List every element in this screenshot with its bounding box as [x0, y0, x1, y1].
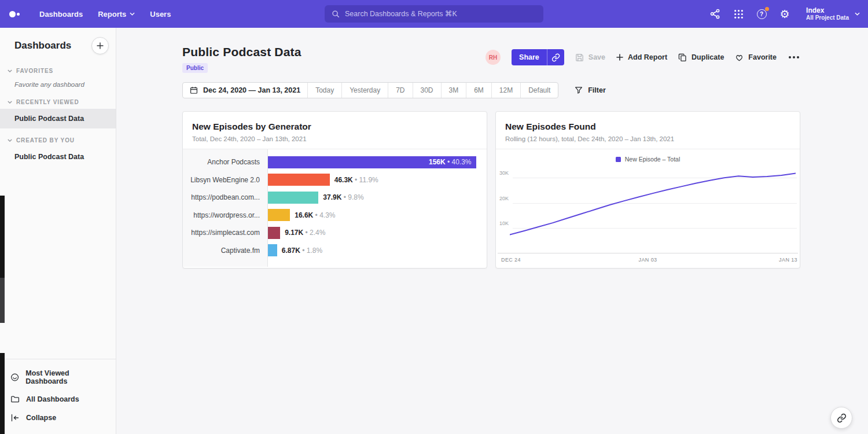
x-axis-tick: JAN 03: [639, 257, 657, 263]
preset-3m[interactable]: 3M: [442, 83, 467, 98]
bar[interactable]: [268, 209, 290, 221]
preset-today[interactable]: Today: [308, 83, 342, 98]
chevron-down-icon: [8, 139, 12, 142]
preset-7d[interactable]: 7D: [388, 83, 413, 98]
visibility-badge: Public: [182, 63, 208, 73]
duplicate-label: Duplicate: [692, 53, 724, 61]
sidebar-section-recently-viewed[interactable]: RECENTLY VIEWED: [0, 90, 116, 109]
bar-value-label: 156K • 40.3%: [429, 158, 472, 166]
chevron-down-icon: [855, 12, 860, 16]
bar-value-label: 6.87K • 1.8%: [282, 247, 322, 255]
report-card-new-episodes-found: New Episodes Found Rolling (12 hours), t…: [495, 111, 800, 269]
x-axis-tick: JAN 13: [779, 257, 797, 263]
heart-icon: [735, 53, 744, 62]
bar[interactable]: [268, 244, 277, 256]
copy-link-button[interactable]: [547, 49, 564, 65]
bar-row: https://simplecast.com 9.17K • 2.4%: [183, 224, 487, 242]
line-chart-plot[interactable]: 10K20K30K: [498, 168, 798, 253]
main-content: Public Podcast Data Public RH Share Save: [116, 28, 868, 434]
footer-item-label: All Dashboards: [26, 395, 79, 403]
search-icon: [332, 10, 340, 18]
bar-category-label: https://simplecast.com: [183, 229, 268, 237]
bar[interactable]: [268, 174, 330, 186]
filter-button[interactable]: Filter: [575, 86, 606, 94]
question-mark: ?: [757, 9, 767, 19]
chart-title: New Episodes Found: [505, 122, 790, 132]
nav-item-reports[interactable]: Reports: [98, 10, 135, 19]
chart-legend: New Episode – Total: [496, 156, 800, 163]
bar-row: https://wordpress.or... 16.6K • 4.3%: [183, 207, 487, 225]
line-series: [510, 168, 796, 253]
nav-item-dashboards[interactable]: Dashboards: [39, 10, 83, 19]
search-input[interactable]: [345, 10, 536, 18]
bar[interactable]: [268, 192, 318, 204]
link-icon: [551, 53, 560, 62]
preset-6m[interactable]: 6M: [466, 83, 492, 98]
add-report-button[interactable]: Add Report: [616, 53, 667, 61]
apps-grid-icon[interactable]: [732, 8, 745, 20]
bar-category-label: Anchor Podcasts: [183, 158, 268, 166]
floating-copy-link-button[interactable]: [830, 407, 852, 429]
y-axis-tick: 10K: [499, 220, 509, 226]
footer-item-label: Most Viewed Dashboards: [25, 369, 109, 385]
help-icon[interactable]: ?: [755, 8, 768, 20]
bar-row: https://podbean.com... 37.9K • 9.8%: [183, 189, 487, 207]
save-button[interactable]: Save: [575, 53, 605, 62]
new-dashboard-button[interactable]: [91, 37, 109, 54]
sidebar-item-public-podcast-data[interactable]: Public Podcast Data: [0, 109, 116, 128]
section-label: FAVORITES: [16, 68, 53, 74]
favorite-label: Favorite: [748, 53, 777, 61]
ellipsis-icon: [793, 56, 795, 58]
nav-label: Users: [150, 10, 171, 19]
add-report-label: Add Report: [628, 53, 667, 61]
project-switcher[interactable]: Index All Project Data: [806, 7, 860, 21]
sidebar-item-public-podcast-data[interactable]: Public Podcast Data: [0, 147, 116, 167]
collapse-sidebar-button[interactable]: Collapse: [0, 409, 116, 427]
filter-label: Filter: [588, 86, 606, 94]
preset-default[interactable]: Default: [521, 83, 558, 98]
settings-gear-icon[interactable]: ⚙: [778, 8, 791, 20]
bar-row: Captivate.fm 6.87K • 1.8%: [183, 242, 487, 260]
share-button[interactable]: Share: [512, 49, 547, 65]
preset-12m[interactable]: 12M: [492, 83, 521, 98]
date-range-text: Dec 24, 2020 — Jan 13, 2021: [203, 86, 300, 94]
most-viewed-dashboards-button[interactable]: Most Viewed Dashboards: [0, 365, 116, 390]
favorites-empty-text: Favorite any dashboard: [0, 78, 116, 90]
dashboards-sidebar: Dashboards FAVORITES Favorite any dashbo…: [0, 28, 116, 434]
chart-subtitle: Rolling (12 hours), total, Dec 24th, 202…: [505, 135, 790, 142]
preset-30d[interactable]: 30D: [413, 83, 442, 98]
calendar-icon: [190, 86, 198, 94]
desktop-edge-artifact: [0, 353, 5, 434]
more-options-button[interactable]: [788, 54, 800, 61]
sidebar-section-favorites[interactable]: FAVORITES: [0, 59, 116, 78]
duplicate-button[interactable]: Duplicate: [678, 53, 724, 62]
duplicate-icon: [678, 53, 687, 62]
logo-dot: [17, 13, 20, 16]
desktop-edge-artifact: [0, 278, 5, 323]
legend-swatch: [616, 157, 621, 162]
all-dashboards-button[interactable]: All Dashboards: [0, 390, 116, 409]
sidebar-section-created-by-you[interactable]: CREATED BY YOU: [0, 128, 116, 147]
date-range-control: Dec 24, 2020 — Jan 13, 2021 Today Yester…: [182, 82, 558, 98]
page-title: Public Podcast Data: [182, 45, 301, 59]
nav-item-users[interactable]: Users: [150, 10, 171, 19]
favorite-button[interactable]: Favorite: [735, 53, 777, 62]
bar[interactable]: [268, 227, 280, 239]
global-search[interactable]: [325, 5, 543, 23]
section-label: CREATED BY YOU: [16, 137, 75, 144]
bar[interactable]: 156K • 40.3%: [268, 156, 476, 168]
share-nodes-icon[interactable]: [709, 8, 722, 20]
avatar[interactable]: RH: [486, 50, 501, 65]
chevron-down-icon: [8, 69, 12, 72]
y-axis-tick: 30K: [499, 170, 509, 176]
nav-label: Reports: [98, 10, 126, 19]
bar-row: Libsyn WebEngine 2.0 46.3K • 11.9%: [183, 171, 487, 189]
date-range-picker[interactable]: Dec 24, 2020 — Jan 13, 2021: [183, 83, 308, 98]
chart-title: New Episodes by Generator: [192, 122, 477, 132]
link-icon: [837, 413, 847, 423]
plus-icon: [97, 42, 104, 49]
bar-row: Anchor Podcasts 156K • 40.3%: [183, 153, 487, 171]
preset-yesterday[interactable]: Yesterday: [342, 83, 388, 98]
mode-logo[interactable]: [9, 8, 24, 20]
report-card-new-episodes-by-generator: New Episodes by Generator Total, Dec 24t…: [182, 111, 487, 269]
